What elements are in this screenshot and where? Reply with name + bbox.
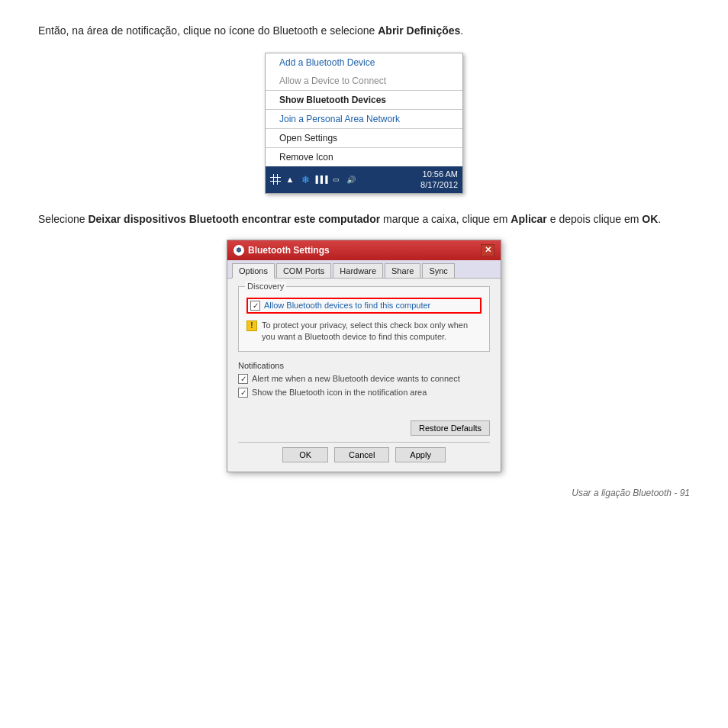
- warning-icon: !: [246, 321, 257, 331]
- dialog-footer-area: Restore Defaults OK Cancel Apply: [227, 416, 501, 472]
- dialog-titlebar: ❄ Bluetooth Settings ✕: [227, 240, 501, 260]
- taskbar-battery-icon: ▭: [330, 173, 342, 185]
- menu-item-add-bluetooth[interactable]: Add a Bluetooth Device: [266, 53, 462, 72]
- second-text-middle: marque a caixa, clique em: [380, 213, 511, 225]
- restore-defaults-row: Restore Defaults: [238, 420, 490, 436]
- intro-bold: Abrir Definições: [378, 24, 460, 37]
- taskbar-bluetooth-icon: ❄: [299, 173, 311, 185]
- second-text-after: e depois clique em: [547, 213, 643, 225]
- restore-defaults-button[interactable]: Restore Defaults: [411, 420, 490, 436]
- taskbar-grid-icon: [270, 174, 281, 185]
- alert-checkbox[interactable]: ✓: [238, 374, 248, 384]
- tab-sync[interactable]: Sync: [422, 263, 454, 278]
- alert-checkbox-row[interactable]: ✓ Alert me when a new Bluetooth device w…: [238, 374, 490, 384]
- taskbar-left: ▲ ❄ ▐▐▐ ▭ 🔊: [270, 173, 357, 185]
- allow-bluetooth-checkbox-row[interactable]: ✓ Allow Bluetooth devices to find this c…: [246, 298, 482, 314]
- menu-item-join-network[interactable]: Join a Personal Area Network: [266, 109, 462, 128]
- warning-text: To protect your privacy, select this che…: [262, 320, 482, 343]
- show-icon-checkbox-row[interactable]: ✓ Show the Bluetooth icon in the notific…: [238, 388, 490, 398]
- dialog-action-buttons: OK Cancel Apply: [238, 442, 490, 464]
- dialog-title: Bluetooth Settings: [248, 245, 330, 256]
- dialog-body: Discovery ✓ Allow Bluetooth devices to f…: [227, 279, 501, 416]
- cancel-button[interactable]: Cancel: [334, 447, 389, 462]
- second-text-end: .: [658, 213, 661, 225]
- intro-text-before: Então, na área de notificação, clique no…: [38, 24, 378, 37]
- dialog-container: ❄ Bluetooth Settings ✕ Options COM Ports…: [38, 240, 690, 472]
- notifications-label: Notifications: [238, 361, 490, 370]
- show-icon-checkbox[interactable]: ✓: [238, 388, 248, 398]
- alert-label: Alert me when a new Bluetooth device wan…: [252, 374, 460, 383]
- dialog-tabs: Options COM Ports Hardware Share Sync: [227, 260, 501, 279]
- taskbar-volume-icon: 🔊: [345, 173, 357, 185]
- show-icon-label: Show the Bluetooth icon in the notificat…: [252, 388, 427, 397]
- tab-hardware[interactable]: Hardware: [333, 263, 383, 278]
- taskbar: ▲ ❄ ▐▐▐ ▭ 🔊 10:56 AM 8/17/2012: [266, 166, 462, 193]
- menu-item-open-settings[interactable]: Open Settings: [266, 128, 462, 147]
- tab-share[interactable]: Share: [385, 263, 420, 278]
- footer-text: Usar a ligação Bluetooth - 91: [572, 488, 690, 498]
- page-footer: Usar a ligação Bluetooth - 91: [38, 488, 690, 498]
- allow-bluetooth-checkbox[interactable]: ✓: [250, 301, 260, 311]
- discovery-legend: Discovery: [245, 282, 286, 291]
- notifications-group: Notifications ✓ Alert me when a new Blue…: [238, 361, 490, 398]
- taskbar-signal-icon: ▐▐▐: [314, 173, 327, 185]
- menu-item-remove-icon[interactable]: Remove Icon: [266, 147, 462, 166]
- discovery-group: Discovery ✓ Allow Bluetooth devices to f…: [238, 286, 490, 352]
- dialog-titlebar-left: ❄ Bluetooth Settings: [234, 245, 330, 256]
- dialog-close-button[interactable]: ✕: [481, 244, 494, 256]
- tab-com-ports[interactable]: COM Ports: [276, 263, 331, 278]
- second-text-before: Selecione: [38, 213, 88, 225]
- context-menu: Add a Bluetooth Device Allow a Device to…: [265, 53, 463, 194]
- taskbar-arrow-icon: ▲: [284, 173, 296, 185]
- warning-row: ! To protect your privacy, select this c…: [246, 320, 482, 343]
- intro-text-after: .: [460, 24, 463, 37]
- second-bold-main: Deixar dispositivos Bluetooth encontrar …: [88, 213, 380, 225]
- taskbar-time: 10:56 AM 8/17/2012: [420, 169, 458, 191]
- second-bold-ok: OK: [642, 213, 658, 225]
- bluetooth-settings-dialog: ❄ Bluetooth Settings ✕ Options COM Ports…: [227, 240, 501, 472]
- allow-bluetooth-label: Allow Bluetooth devices to find this com…: [264, 301, 430, 310]
- tab-options[interactable]: Options: [232, 263, 275, 279]
- apply-button[interactable]: Apply: [395, 447, 446, 462]
- dialog-bluetooth-icon: ❄: [234, 245, 244, 256]
- taskbar-icons: ▲ ❄ ▐▐▐ ▭ 🔊: [284, 173, 357, 185]
- menu-item-show-devices[interactable]: Show Bluetooth Devices: [266, 90, 462, 109]
- intro-paragraph: Então, na área de notificação, clique no…: [38, 23, 690, 39]
- menu-item-allow-connect[interactable]: Allow a Device to Connect: [266, 72, 462, 90]
- second-bold-aplicar: Aplicar: [511, 213, 546, 225]
- second-paragraph: Selecione Deixar dispositivos Bluetooth …: [38, 211, 690, 227]
- context-menu-container: Add a Bluetooth Device Allow a Device to…: [38, 53, 690, 194]
- ok-button[interactable]: OK: [282, 447, 328, 462]
